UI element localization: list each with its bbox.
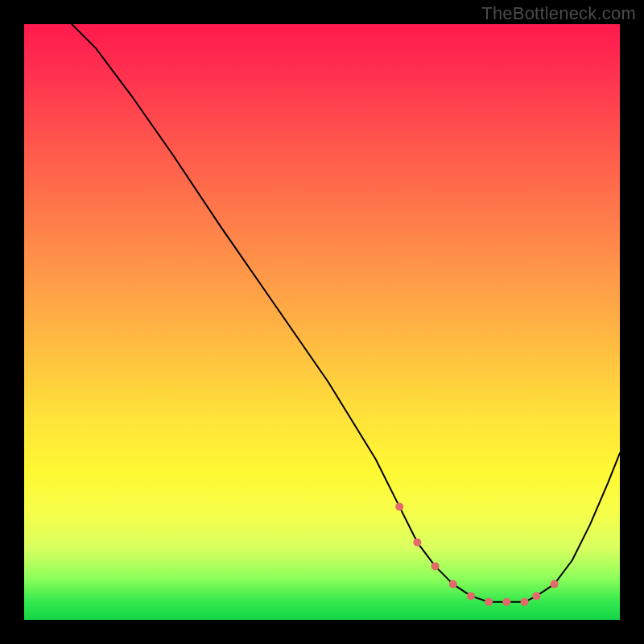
bottleneck-curve xyxy=(72,24,620,602)
plot-area xyxy=(24,24,620,620)
highlight-dot xyxy=(395,502,403,510)
highlight-dot xyxy=(413,539,421,547)
highlight-dot xyxy=(502,598,510,606)
highlight-dot xyxy=(532,592,540,600)
highlight-dot xyxy=(431,562,440,570)
highlight-dot xyxy=(485,598,493,606)
highlight-dot xyxy=(467,592,475,600)
highlight-dot xyxy=(551,580,559,588)
highlight-dots xyxy=(395,502,558,605)
highlight-dot xyxy=(449,580,457,588)
highlight-dot xyxy=(521,598,529,606)
chart-svg xyxy=(24,24,620,620)
chart-frame: TheBottleneck.com xyxy=(0,0,644,644)
watermark-text: TheBottleneck.com xyxy=(481,3,636,24)
